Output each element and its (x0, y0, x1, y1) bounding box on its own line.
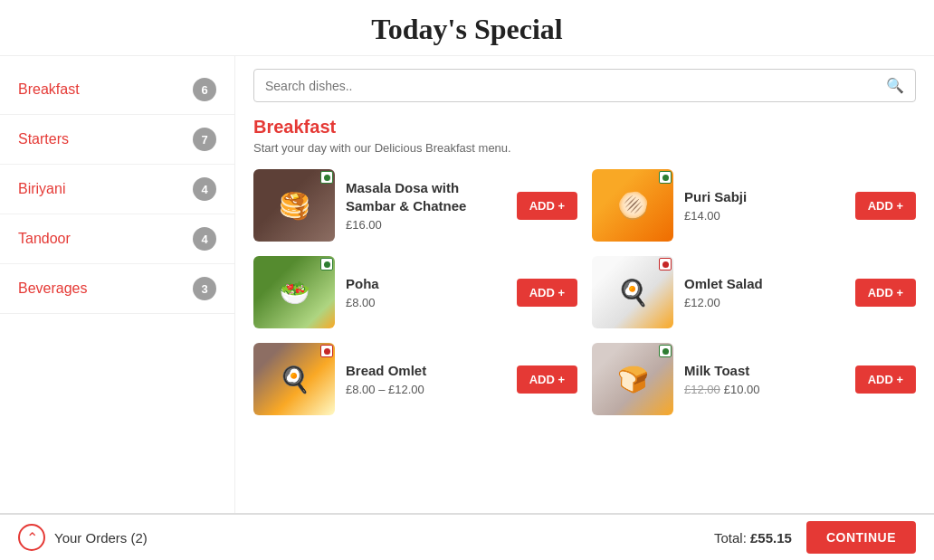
veg-badge (659, 258, 672, 271)
item-info: Puri Sabji £14.00 (684, 188, 844, 223)
veg-badge (659, 345, 672, 357)
item-price-container: £8.00 (346, 296, 506, 309)
sidebar: Breakfast 6 Starters 7 Biriyani 4 Tandoo… (0, 56, 235, 513)
total-amount: £55.15 (750, 530, 792, 546)
sidebar-item-label: Starters (18, 131, 69, 147)
add-button-omlet-salad[interactable]: ADD + (855, 279, 916, 307)
add-button-masala-dosa[interactable]: ADD + (517, 192, 577, 220)
item-price-container: £8.00 – £12.00 (346, 383, 506, 396)
orders-label: Your Orders (2) (54, 530, 148, 546)
item-name: Poha (346, 275, 506, 293)
item-price-container: £14.00 (684, 209, 844, 223)
sidebar-item-badge: 3 (193, 277, 216, 300)
item-price-container: £12.00 (684, 296, 844, 309)
item-price: £14.00 (684, 209, 720, 223)
sidebar-item-badge: 4 (193, 227, 216, 251)
item-name: Masala Dosa with Sambar & Chatnee (346, 179, 506, 214)
continue-button[interactable]: CONTINUE (806, 521, 916, 554)
item-image: 🥞 (253, 169, 335, 242)
item-info: Masala Dosa with Sambar & Chatnee £16.00 (346, 179, 506, 232)
footer-left: ⌃ Your Orders (2) (18, 524, 148, 551)
item-price: £8.00 (346, 296, 376, 309)
search-icon: 🔍 (886, 77, 904, 94)
add-button-bread-omlet[interactable]: ADD + (517, 365, 577, 394)
item-price: £8.00 – £12.00 (346, 383, 424, 396)
section-heading: Breakfast Start your day with our Delici… (253, 117, 916, 155)
item-image: 🥗 (253, 256, 335, 328)
sidebar-item-label: Beverages (18, 280, 88, 297)
content-area: 🔍 Breakfast Start your day with our Deli… (235, 56, 934, 513)
add-button-poha[interactable]: ADD + (517, 279, 577, 307)
add-button-milk-toast[interactable]: ADD + (855, 365, 916, 394)
item-name: Bread Omlet (346, 362, 506, 380)
sidebar-item-breakfast[interactable]: Breakfast 6 (0, 65, 234, 115)
menu-item-bread-omlet: 🍳 Bread Omlet £8.00 – £12.00 ADD + (253, 343, 577, 415)
orders-toggle-icon[interactable]: ⌃ (18, 524, 45, 551)
item-info: Milk Toast £12.00£10.00 (684, 362, 844, 397)
item-name: Milk Toast (684, 362, 844, 380)
menu-item-puri-sabji: 🫓 Puri Sabji £14.00 ADD + (592, 169, 916, 242)
sidebar-item-biriyani[interactable]: Biriyani 4 (0, 165, 234, 214)
item-image: 🍳 (592, 256, 673, 328)
item-price: £12.00 (684, 296, 720, 309)
section-subtitle: Start your day with our Delicious Breakf… (253, 141, 916, 155)
footer: ⌃ Your Orders (2) Total: £55.15 CONTINUE (0, 513, 934, 560)
veg-badge (320, 258, 333, 271)
sidebar-item-badge: 4 (193, 177, 216, 201)
item-price-container: £16.00 (346, 218, 506, 232)
sidebar-item-label: Breakfast (18, 81, 80, 98)
veg-badge (320, 345, 333, 357)
sidebar-item-badge: 6 (193, 78, 216, 101)
sidebar-item-badge: 7 (193, 128, 216, 151)
sidebar-item-tandoor[interactable]: Tandoor 4 (0, 214, 234, 264)
item-price: £16.00 (346, 218, 382, 232)
item-name: Puri Sabji (684, 188, 844, 206)
total-label: Total: (714, 530, 747, 546)
item-image: 🫓 (592, 169, 673, 242)
item-image: 🍳 (253, 343, 335, 415)
item-price-container: £12.00£10.00 (684, 383, 844, 396)
section-title: Breakfast (253, 117, 916, 138)
sidebar-item-beverages[interactable]: Beverages 3 (0, 264, 234, 314)
menu-items-grid: 🥞 Masala Dosa with Sambar & Chatnee £16.… (253, 169, 916, 415)
item-info: Bread Omlet £8.00 – £12.00 (346, 362, 506, 397)
search-input[interactable] (265, 79, 886, 93)
page-header: Today's Special (0, 0, 934, 56)
veg-badge (320, 171, 333, 184)
item-image: 🍞 (592, 343, 673, 415)
sidebar-item-label: Biriyani (18, 181, 65, 197)
main-layout: Breakfast 6 Starters 7 Biriyani 4 Tandoo… (0, 56, 934, 513)
item-price-discounted: £10.00 (724, 383, 760, 396)
item-price-original: £12.00 (684, 383, 720, 396)
footer-total: Total: £55.15 (714, 530, 792, 546)
sidebar-item-starters[interactable]: Starters 7 (0, 115, 234, 165)
menu-item-poha: 🥗 Poha £8.00 ADD + (253, 256, 577, 328)
menu-item-omlet-salad: 🍳 Omlet Salad £12.00 ADD + (592, 256, 916, 328)
add-button-puri-sabji[interactable]: ADD + (855, 192, 916, 220)
veg-badge (659, 171, 672, 184)
footer-right: Total: £55.15 CONTINUE (714, 521, 916, 554)
item-info: Omlet Salad £12.00 (684, 275, 844, 310)
menu-item-masala-dosa: 🥞 Masala Dosa with Sambar & Chatnee £16.… (253, 169, 577, 242)
menu-item-milk-toast: 🍞 Milk Toast £12.00£10.00 ADD + (592, 343, 916, 415)
page-title: Today's Special (0, 13, 934, 46)
sidebar-item-label: Tandoor (18, 231, 71, 247)
item-name: Omlet Salad (684, 275, 844, 293)
search-bar: 🔍 (253, 69, 916, 102)
item-info: Poha £8.00 (346, 275, 506, 310)
